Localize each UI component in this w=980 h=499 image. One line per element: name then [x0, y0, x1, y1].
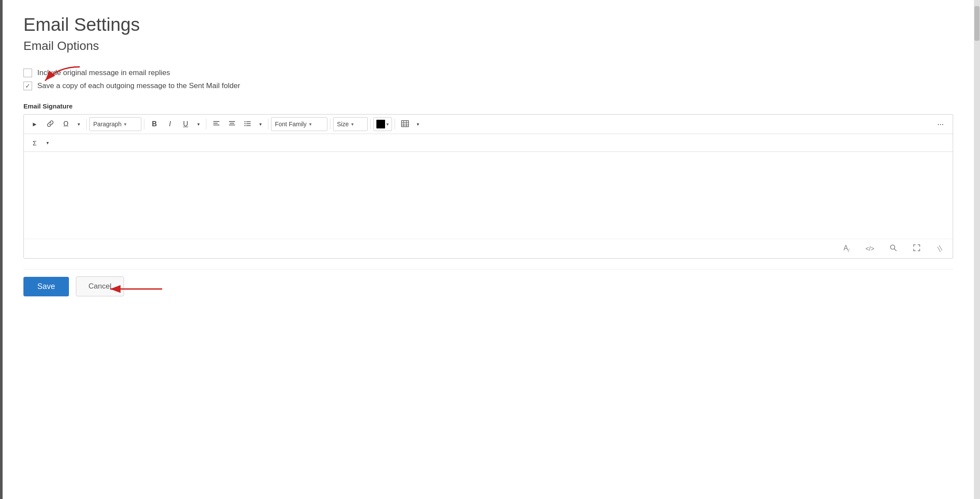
align-center-icon: [229, 121, 235, 128]
resize-handle[interactable]: //: [933, 242, 947, 256]
svg-point-7: [245, 121, 245, 122]
align-left-button[interactable]: [209, 117, 224, 131]
text-format-icon[interactable]: A/: [839, 242, 854, 256]
scrollbar[interactable]: [974, 0, 980, 499]
format-chevron-icon: ▾: [197, 121, 200, 127]
omega-button[interactable]: Ω: [59, 117, 73, 131]
list-dropdown[interactable]: ▾: [256, 117, 265, 131]
divider-2: [144, 119, 144, 129]
toolbar-row-2: Σ ▾: [24, 134, 953, 152]
divider-4: [268, 119, 268, 129]
play-button[interactable]: ►: [27, 117, 42, 131]
font-family-dropdown[interactable]: Font Family ▾: [271, 117, 327, 131]
align-left-icon: [213, 121, 220, 128]
more-options-button[interactable]: ···: [932, 117, 949, 131]
find-button[interactable]: [886, 242, 901, 256]
table-button[interactable]: [398, 117, 412, 131]
page-title: Email Settings: [23, 14, 953, 36]
editor-footer: A/ </>: [24, 239, 953, 258]
table-dropdown[interactable]: ▾: [413, 117, 423, 131]
checkbox-row-save-copy: Save a copy of each outgoing message to …: [23, 82, 953, 90]
font-family-chevron-icon: ▾: [309, 121, 312, 127]
section-title: Email Options: [23, 39, 953, 53]
divider-1: [86, 119, 87, 129]
svg-rect-13: [402, 121, 408, 127]
font-size-label: Size: [337, 121, 349, 128]
sigma-chevron-icon: ▾: [46, 140, 49, 146]
cancel-button[interactable]: Cancel: [76, 276, 124, 296]
svg-point-9: [245, 123, 245, 124]
link-button[interactable]: [43, 117, 58, 131]
color-picker-button[interactable]: ▾: [373, 117, 392, 131]
fullscreen-button[interactable]: [909, 242, 924, 256]
paragraph-label: Paragraph: [93, 121, 121, 128]
special-char-dropdown[interactable]: ▾: [74, 117, 84, 131]
format-dropdown[interactable]: ▾: [194, 117, 203, 131]
toolbar-row-1: ► Ω: [24, 115, 953, 134]
list-button[interactable]: [240, 117, 255, 131]
link-icon: [47, 120, 54, 128]
find-icon: [889, 244, 897, 253]
divider-7: [395, 119, 395, 129]
underline-icon: U: [183, 120, 188, 128]
email-signature-section: Email Signature ►: [23, 102, 953, 259]
paragraph-chevron-icon: ▾: [124, 121, 127, 127]
source-code-button[interactable]: </>: [862, 242, 877, 256]
font-family-label: Font Family: [275, 121, 307, 128]
divider-5: [330, 119, 330, 129]
save-button[interactable]: Save: [23, 277, 69, 296]
underline-button[interactable]: U: [178, 117, 193, 131]
checkbox-save-copy[interactable]: [23, 82, 32, 90]
divider-3: [206, 119, 206, 129]
more-icon: ···: [937, 120, 944, 129]
bold-button[interactable]: B: [147, 117, 162, 131]
fullscreen-icon: [913, 244, 921, 253]
checkbox-label-include-original: Include original message in email replie…: [37, 69, 170, 77]
align-center-button[interactable]: [225, 117, 239, 131]
page-wrapper: Email Settings Email Options: [0, 0, 980, 499]
resize-icon: //: [935, 244, 945, 253]
italic-icon: I: [169, 120, 171, 128]
sigma-dropdown[interactable]: ▾: [43, 136, 52, 150]
list-icon: [244, 121, 251, 128]
email-options-section: Include original message in email replie…: [23, 61, 953, 90]
table-chevron-icon: ▾: [417, 121, 419, 127]
sigma-icon: Σ: [33, 139, 36, 147]
checkbox-row-include-original: Include original message in email replie…: [23, 69, 953, 77]
text-format-indicator: A/: [843, 244, 849, 253]
svg-point-11: [245, 125, 245, 126]
color-chevron-icon: ▾: [386, 121, 389, 127]
list-chevron-icon: ▾: [259, 121, 262, 127]
editor-body[interactable]: [24, 152, 953, 239]
checkbox-label-save-copy: Save a copy of each outgoing message to …: [37, 82, 240, 90]
paragraph-dropdown[interactable]: Paragraph ▾: [89, 117, 141, 131]
sigma-button[interactable]: Σ: [27, 136, 42, 150]
font-size-dropdown[interactable]: Size ▾: [333, 117, 368, 131]
divider-6: [370, 119, 371, 129]
color-swatch: [376, 120, 385, 128]
signature-editor: ► Ω: [23, 114, 953, 259]
scrollbar-thumb[interactable]: [974, 6, 980, 41]
font-size-chevron-icon: ▾: [351, 121, 354, 127]
source-code-icon: </>: [866, 245, 874, 252]
checkbox-include-original[interactable]: [23, 69, 32, 77]
play-icon: ►: [32, 121, 38, 128]
svg-line-19: [895, 249, 897, 251]
email-signature-label: Email Signature: [23, 102, 953, 110]
italic-button[interactable]: I: [163, 117, 177, 131]
chevron-down-icon: ▾: [78, 121, 80, 127]
table-icon: [401, 120, 409, 128]
main-content: Email Settings Email Options: [3, 0, 974, 499]
save-annotation-wrapper: Save: [23, 277, 69, 296]
omega-icon: Ω: [63, 120, 69, 128]
bold-icon: B: [152, 120, 157, 128]
action-bar: Save Cancel: [23, 269, 953, 296]
